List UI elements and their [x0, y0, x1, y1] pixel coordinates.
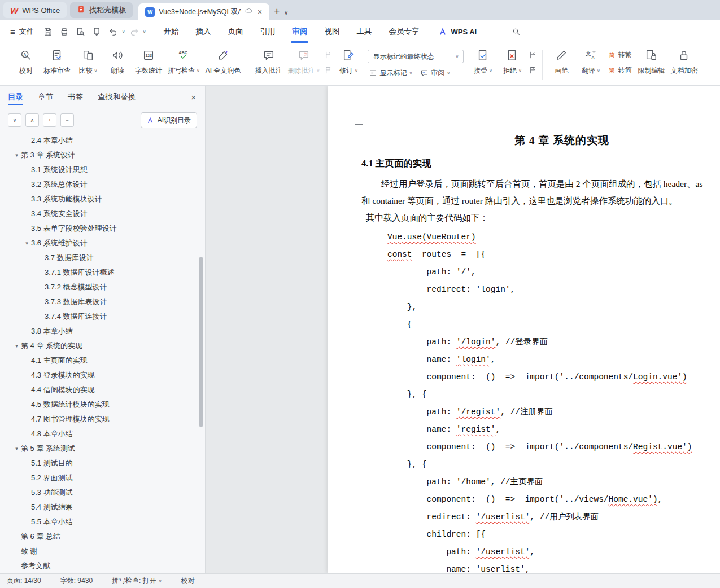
ai-recognize-toc-button[interactable]: AI识别目录 — [141, 112, 197, 128]
collapse-triangle-icon[interactable]: ▾ — [23, 240, 31, 246]
toc-item[interactable]: 3.8 本章小结 — [0, 324, 199, 339]
to-simplified-button[interactable]: 繁 转简 — [609, 65, 631, 75]
show-markup-button[interactable]: 显示标记 ∨ — [369, 68, 412, 78]
previous-change-button[interactable] — [527, 50, 538, 59]
toc-item[interactable]: 4.7 图书管理模块的实现 — [0, 412, 199, 427]
proofread-status[interactable]: 校对 — [181, 576, 195, 586]
reject-button[interactable]: 拒绝∨ — [498, 45, 527, 85]
collapse-triangle-icon[interactable]: ▾ — [12, 152, 21, 158]
review-pane-button[interactable]: 审阅 ∨ — [420, 68, 450, 78]
toc-item[interactable]: 3.4 系统安全设计 — [0, 207, 199, 221]
restrict-edit-button[interactable]: 限制编辑 — [635, 45, 667, 85]
sidebar-scrollbar[interactable] — [199, 257, 203, 427]
delete-comment-button[interactable]: 删除批注∨ — [285, 45, 323, 85]
accept-button[interactable]: 接受∨ — [468, 45, 498, 85]
zoom-in-button[interactable]: + — [43, 113, 56, 127]
zoom-out-button[interactable]: − — [60, 113, 74, 127]
insert-comment-button[interactable]: 插入批注 — [252, 45, 285, 85]
previous-comment-button[interactable] — [322, 50, 334, 59]
toc-item[interactable]: 4.8 本章小结 — [0, 427, 199, 441]
menu-tab-开始[interactable]: 开始 — [155, 20, 187, 43]
redo-button[interactable] — [127, 24, 142, 39]
toc-item[interactable]: ▾第 3 章 系统设计 — [0, 148, 199, 163]
to-traditional-button[interactable]: 简 转繁 — [609, 50, 631, 60]
toc-item[interactable]: 3.7.4 数据库连接计 — [0, 309, 199, 324]
wps-ai-menu[interactable]: WPS AI — [439, 28, 477, 36]
toc-item[interactable]: 5.4 测试结果 — [0, 500, 199, 515]
proofread-button[interactable]: A 校对 — [11, 45, 41, 85]
toc-item[interactable]: 4.3 登录模块的实现 — [0, 368, 199, 383]
toc-item[interactable]: 3.3 系统功能模块设计 — [0, 192, 199, 207]
ai-polish-button[interactable]: AI 全文润色 — [203, 45, 244, 85]
file-menu-button[interactable]: ≡ 文件 — [0, 27, 41, 37]
toc-item[interactable]: 3.5 表单字段校验处理设计 — [0, 221, 199, 236]
encrypt-button[interactable]: 文档加密 — [667, 45, 700, 85]
word-count-indicator[interactable]: 字数: 9430 — [60, 576, 93, 586]
toc-item[interactable]: 3.7.2 概念模型设计 — [0, 280, 199, 295]
markup-state-select[interactable]: 显示标记的最终状态 ∨ — [368, 50, 464, 63]
read-aloud-button[interactable]: 朗读 — [103, 45, 132, 85]
track-changes-button[interactable]: 修订∨ — [334, 45, 363, 85]
translate-button[interactable]: 文A 翻译∨ — [576, 45, 605, 85]
next-change-button[interactable] — [527, 65, 538, 74]
sidebar-tab-chapters[interactable]: 章节 — [38, 86, 53, 108]
toc-item[interactable]: 4.5 数据统计模块的实现 — [0, 397, 199, 412]
toc-item[interactable]: 5.1 测试目的 — [0, 456, 199, 471]
next-comment-button[interactable] — [322, 65, 334, 74]
sidebar-tab-contents[interactable]: 目录 — [8, 86, 23, 108]
new-tab-button[interactable]: + — [274, 6, 280, 17]
close-tab-icon[interactable]: × — [257, 7, 263, 16]
save-button[interactable] — [41, 24, 55, 39]
tab-list-caret-icon[interactable]: ∨ — [284, 10, 288, 16]
toc-item[interactable]: 3.7 数据库设计 — [0, 251, 199, 265]
spell-check-status[interactable]: 拼写检查: 打开 ∨ — [112, 576, 162, 586]
document-tab[interactable]: W Vue3+Node.js+MySQL双AI × — [138, 3, 269, 20]
toc-item[interactable]: 2.4 本章小结 — [0, 133, 199, 148]
menu-tab-引用[interactable]: 引用 — [251, 20, 283, 43]
undo-caret-icon[interactable]: ∨ — [122, 29, 125, 34]
toc-item[interactable]: 5.3 功能测试 — [0, 485, 199, 500]
toc-item[interactable]: 4.4 借阅模块的实现 — [0, 383, 199, 397]
print-button[interactable] — [57, 24, 72, 39]
print-preview-button[interactable] — [73, 24, 88, 39]
collapse-all-button[interactable]: ∧ — [25, 113, 39, 127]
spell-check-button[interactable]: ABC 拼写检查∨ — [165, 45, 203, 85]
sidebar-tab-bookmarks[interactable]: 书签 — [68, 86, 83, 108]
document-page[interactable]: 第 4 章 系统的实现 4.1 主页面的实现 经过用户登录后，页面跳转至后台首页… — [328, 86, 720, 573]
menu-tab-会员专享[interactable]: 会员专享 — [380, 20, 427, 43]
toc-item[interactable]: 致 谢 — [0, 544, 199, 559]
standard-review-button[interactable]: 标准审查 — [41, 45, 73, 85]
toc-item[interactable]: 5.2 界面测试 — [0, 471, 199, 485]
toc-item[interactable]: ▾3.6 系统维护设计 — [0, 236, 199, 251]
toc-item[interactable]: 3.1 系统设计思想 — [0, 163, 199, 177]
toc-item[interactable]: 参考文献 — [0, 559, 199, 573]
toc-item[interactable]: 3.7.3 数据库表设计 — [0, 295, 199, 309]
toc-item[interactable]: ▾第 5 章 系统测试 — [0, 441, 199, 456]
expand-all-button[interactable]: ∨ — [8, 113, 21, 127]
toc-item[interactable]: 3.7.1 数据库设计概述 — [0, 265, 199, 280]
redo-caret-icon[interactable]: ∨ — [143, 29, 146, 34]
toc-item[interactable]: 4.1 主页面的实现 — [0, 353, 199, 368]
menu-tab-插入[interactable]: 插入 — [187, 20, 219, 43]
page-indicator[interactable]: 页面: 14/30 — [7, 576, 41, 586]
menu-tab-视图[interactable]: 视图 — [316, 20, 348, 43]
wps-home-tab[interactable]: W WPS Office — [3, 2, 67, 18]
menu-tab-工具[interactable]: 工具 — [348, 20, 380, 43]
collapse-triangle-icon[interactable]: ▾ — [12, 446, 21, 451]
sidebar-close-icon[interactable]: × — [191, 93, 196, 102]
collapse-triangle-icon[interactable]: ▾ — [12, 343, 21, 349]
toc-item[interactable]: 5.5 本章小结 — [0, 515, 199, 529]
menu-tab-页面[interactable]: 页面 — [219, 20, 251, 43]
template-store-tab[interactable]: 找稻壳模板 — [70, 2, 133, 18]
toc-item[interactable]: ▾第 4 章 系统的实现 — [0, 339, 199, 353]
word-count-button[interactable]: 123 字数统计 — [132, 45, 165, 85]
undo-button[interactable] — [106, 24, 121, 39]
compare-button[interactable]: 比较∨ — [73, 45, 103, 85]
toc-item[interactable]: 3.2 系统总体设计 — [0, 177, 199, 192]
menu-tab-审阅[interactable]: 审阅 — [283, 20, 316, 43]
draw-button[interactable]: 画笔 — [547, 45, 576, 85]
sidebar-tab-find-replace[interactable]: 查找和替换 — [98, 86, 136, 108]
search-button[interactable] — [509, 24, 523, 39]
toc-item[interactable]: 第 6 章 总结 — [0, 529, 199, 544]
export-button[interactable] — [90, 24, 104, 39]
